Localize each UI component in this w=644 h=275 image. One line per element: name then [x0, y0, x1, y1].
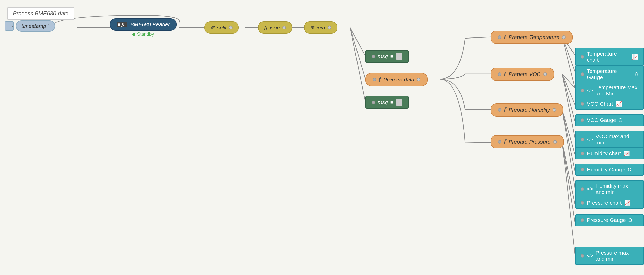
msg1-menu-icon: ≡	[390, 54, 394, 59]
voc-maxmin-node[interactable]: </> VOC max and min	[575, 131, 644, 148]
prepare-temp-in-port	[498, 35, 501, 39]
humidity-maxmin-node[interactable]: </> Humidity max and min	[575, 180, 644, 198]
bme-icon: ■)))	[117, 22, 127, 27]
f-icon-hum: f	[504, 106, 506, 114]
voc-maxmin-in-port	[581, 138, 584, 141]
prepare-hum-in-port	[498, 108, 501, 112]
join-port	[328, 26, 331, 29]
bme-label: BME680 Reader	[130, 21, 170, 28]
prepare-voc-label: Prepare VOC	[509, 71, 541, 77]
flow-label: Process BME680 data	[7, 7, 74, 20]
humidity-gauge-node[interactable]: Humidity Gauge Ω	[575, 164, 644, 176]
humidity-maxmin-label: Humidity max and min	[596, 183, 638, 195]
f-icon-pres: f	[504, 138, 506, 145]
humidity-chart-label: Humidity chart	[587, 150, 621, 156]
prepare-pressure-label: Prepare Pressure	[509, 139, 551, 145]
f-icon-prepare-data: f	[379, 76, 381, 83]
voc-chart-icon: 📈	[616, 101, 622, 107]
voc-gauge-label: VOC Gauge	[587, 117, 616, 123]
voc-chart-node[interactable]: VOC Chart 📈	[575, 98, 644, 110]
timestamp-icon: →→	[5, 21, 14, 31]
join-icon: ⊞	[310, 25, 314, 30]
temperature-chart-node[interactable]: Temperature chart 📈	[575, 48, 644, 66]
temp-maxmin-in-port	[581, 89, 584, 92]
hum-gauge-in-port	[581, 168, 584, 171]
msg1-in-port	[372, 55, 375, 58]
prepare-humidity-label: Prepare Humidity	[509, 107, 550, 113]
temperature-gauge-icon: Ω	[635, 71, 638, 77]
pressure-gauge-node[interactable]: Pressure Gauge Ω	[575, 214, 644, 226]
msg2-sq	[396, 99, 402, 106]
prepare-pres-in-port	[498, 140, 501, 144]
msg2-in-port	[372, 101, 375, 104]
timestamp-label: timestamp ¹	[16, 20, 55, 32]
voc-maxmin-label: VOC max and min	[596, 133, 638, 146]
join-node[interactable]: ⊞ join	[304, 21, 337, 34]
prepare-data-in-port	[373, 78, 376, 81]
humidity-gauge-label: Humidity Gauge	[587, 167, 625, 173]
f-icon-temp: f	[504, 34, 506, 41]
flow-canvas: Process BME680 data →→ timestamp ¹ ■))) …	[0, 0, 644, 275]
temperature-chart-label: Temperature chart	[587, 51, 629, 63]
f-icon-voc: f	[504, 71, 506, 78]
flow-title: Process BME680 data	[13, 10, 69, 17]
temperature-maxmin-label: Temperature Max and Min	[596, 84, 638, 97]
pressure-chart-node[interactable]: Pressure chart 📈	[575, 197, 644, 209]
standby-status: Standby	[132, 32, 154, 37]
voc-maxmin-code-icon: </>	[587, 137, 593, 142]
split-icon: ⊞	[211, 25, 214, 30]
msg2-node[interactable]: msg ≡	[365, 96, 409, 109]
json-icon: {}	[264, 25, 267, 30]
bme-reader-node[interactable]: ■))) BME680 Reader Standby	[110, 18, 177, 37]
standby-label: Standby	[137, 32, 154, 37]
pressure-maxmin-node[interactable]: </> Pressure max and min	[575, 247, 644, 265]
pres-maxmin-in-port	[581, 254, 584, 258]
prepare-humidity-node[interactable]: f Prepare Humidity	[491, 103, 563, 117]
voc-gauge-icon: Ω	[618, 117, 622, 123]
voc-gauge-in-port	[581, 118, 584, 122]
pressure-maxmin-label: Pressure max and min	[596, 250, 638, 262]
timestamp-node[interactable]: →→ timestamp ¹	[5, 20, 55, 32]
voc-gauge-node[interactable]: VOC Gauge Ω	[575, 114, 644, 126]
prepare-data-out-port	[417, 78, 420, 81]
pres-gauge-icon: Ω	[628, 217, 632, 223]
temp-chart-in-port	[581, 55, 584, 59]
split-label: split	[217, 24, 226, 31]
temperature-maxmin-node[interactable]: </> Temperature Max and Min	[575, 82, 644, 99]
join-label: join	[317, 24, 325, 31]
split-node[interactable]: ⊞ split	[204, 21, 239, 34]
json-node[interactable]: {} json	[258, 21, 292, 34]
prepare-hum-out-port	[553, 108, 556, 112]
pres-gauge-in-port	[581, 218, 584, 222]
hum-maxmin-in-port	[581, 187, 584, 191]
msg2-menu-icon: ≡	[390, 99, 394, 105]
prepare-temp-out-port	[562, 35, 566, 39]
pressure-chart-label: Pressure chart	[587, 200, 622, 206]
voc-chart-label: VOC Chart	[587, 101, 613, 107]
temp-maxmin-code-icon: </>	[587, 88, 593, 93]
prepare-temperature-node[interactable]: f Prepare Temperature	[491, 31, 573, 44]
prepare-temperature-label: Prepare Temperature	[509, 34, 559, 40]
json-label: json	[270, 24, 280, 31]
json-port	[282, 26, 286, 29]
msg1-node[interactable]: msg ≡	[365, 50, 409, 63]
prepare-data-node[interactable]: f Prepare data	[365, 73, 428, 86]
hum-gauge-icon: Ω	[628, 167, 632, 173]
temperature-gauge-node[interactable]: Temperature Gauge Ω	[575, 65, 644, 83]
prepare-data-label: Prepare data	[383, 77, 414, 83]
prepare-pres-out-port	[553, 140, 557, 144]
split-port	[229, 26, 233, 29]
prepare-voc-out-port	[543, 72, 547, 76]
pressure-gauge-label: Pressure Gauge	[587, 217, 626, 223]
prepare-pressure-node[interactable]: f Prepare Pressure	[491, 135, 564, 148]
voc-chart-in-port	[581, 102, 584, 106]
prepare-voc-node[interactable]: f Prepare VOC	[491, 68, 554, 81]
humidity-chart-node[interactable]: Humidity chart 📈	[575, 147, 644, 159]
pres-chart-in-port	[581, 201, 584, 205]
prepare-voc-in-port	[498, 72, 501, 76]
temperature-gauge-label: Temperature Gauge	[587, 68, 632, 80]
msg1-sq	[396, 53, 402, 60]
temperature-chart-icon: 📈	[632, 54, 638, 60]
hum-chart-icon: 📈	[624, 150, 630, 156]
pres-maxmin-code-icon: </>	[587, 253, 593, 258]
